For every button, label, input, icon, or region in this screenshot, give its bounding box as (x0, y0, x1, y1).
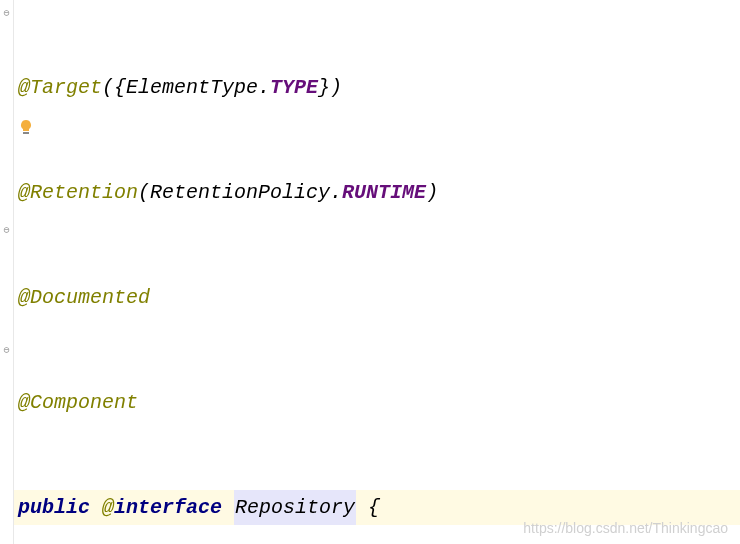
paren: ({ (102, 70, 126, 105)
brace: { (356, 490, 380, 525)
annotation-name: Component (30, 385, 138, 420)
annotation-name: Documented (30, 280, 150, 315)
code-editor[interactable]: ⊖ ⊖ ⊖ @Target({ElementType.TYPE}) @Reten… (0, 0, 740, 544)
paren: ) (426, 175, 438, 210)
paren: ( (138, 175, 150, 210)
annotation-at: @ (18, 175, 30, 210)
class-ref: RetentionPolicy (150, 175, 330, 210)
gutter: ⊖ ⊖ ⊖ (0, 0, 14, 544)
class-ref: ElementType (126, 70, 258, 105)
code-line[interactable]: @Component (18, 385, 740, 420)
annotation-at: @ (18, 385, 30, 420)
annotation-name: Target (30, 70, 102, 105)
enum-constant: RUNTIME (342, 175, 426, 210)
code-line[interactable]: @Target({ElementType.TYPE}) (18, 70, 740, 105)
code-content[interactable]: @Target({ElementType.TYPE}) @Retention(R… (14, 0, 740, 544)
dot: . (330, 175, 342, 210)
annotation-at: @ (102, 490, 114, 525)
annotation-name: Retention (30, 175, 138, 210)
enum-constant: TYPE (270, 70, 318, 105)
fold-mark[interactable]: ⊖ (1, 225, 12, 236)
svg-rect-0 (23, 132, 29, 134)
intention-bulb-icon[interactable] (18, 118, 34, 134)
fold-mark[interactable]: ⊖ (1, 345, 12, 356)
paren: }) (318, 70, 342, 105)
keyword-public: public (18, 490, 102, 525)
code-line[interactable]: @Documented (18, 280, 740, 315)
fold-mark[interactable]: ⊖ (1, 8, 12, 19)
type-name-highlighted: Repository (234, 490, 356, 525)
watermark-text: https://blog.csdn.net/Thinkingcao (523, 520, 728, 536)
space (222, 490, 234, 525)
dot: . (258, 70, 270, 105)
annotation-at: @ (18, 70, 30, 105)
keyword-interface: interface (114, 490, 222, 525)
annotation-at: @ (18, 280, 30, 315)
code-line[interactable]: @Retention(RetentionPolicy.RUNTIME) (18, 175, 740, 210)
